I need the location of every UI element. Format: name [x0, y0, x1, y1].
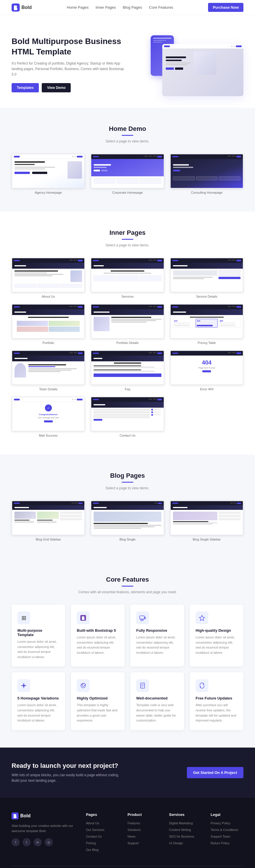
nav-inner-pages[interactable]: Inner Pages: [96, 5, 116, 9]
view-demo-button[interactable]: View Demo: [42, 83, 71, 92]
team-label: Team Details: [11, 388, 85, 391]
demo-card-consulting[interactable]: Consulting Homepage: [170, 154, 244, 194]
404-number: 404: [202, 359, 211, 366]
blog-card-grid-sidebar[interactable]: Blog Grid Sidebar: [11, 501, 85, 541]
a-logo: [14, 156, 20, 157]
agency-preview: [11, 154, 85, 188]
blog-card-single-sidebar[interactable]: Blog Single Sidebar: [170, 501, 244, 541]
navbar-links: Home Pages Inner Pages Blog Pages Core F…: [67, 5, 173, 9]
feature-card-multipurpose: ⊞ Multi-purpose Template Lorem ipsum dol…: [11, 604, 65, 666]
cta-button[interactable]: Get Started On A Project: [187, 767, 244, 778]
inner-card-contact[interactable]: Contact Us: [91, 397, 164, 437]
social-twitter[interactable]: t: [23, 838, 31, 846]
inner-card-service-details[interactable]: Service Details: [170, 258, 244, 298]
svg-rect-4: [141, 619, 143, 621]
documented-title: Well-documented: [136, 696, 178, 701]
footer-link-pricing[interactable]: Pricing: [86, 841, 96, 845]
footer-pages-links: About Us Our Services Contact Us Pricing…: [86, 821, 119, 852]
social-facebook[interactable]: f: [11, 838, 20, 846]
footer-link-terms[interactable]: Terms & Conditions: [211, 828, 238, 832]
portfolio-details-label: Portfolio Details: [91, 341, 164, 344]
blog-pages-grid: Blog Grid Sidebar: [11, 501, 244, 541]
footer-socials: f t in ◎: [11, 838, 77, 846]
feature-card-responsive: Fully Responsive Lorem ipsum dolor sit a…: [131, 604, 184, 666]
nav-blog-pages[interactable]: Blog Pages: [123, 5, 142, 9]
inner-card-pricing[interactable]: $19 $49 $99: [170, 304, 244, 344]
footer-link-blog[interactable]: Our Blog: [86, 848, 98, 851]
footer-link-solutions[interactable]: Solutions: [128, 828, 141, 832]
hero-laptop-device: [162, 44, 244, 96]
demo-card-agency[interactable]: Agency Homepage: [11, 154, 85, 194]
footer-product-links: Features Solutions News Support: [128, 821, 160, 845]
updates-desc: After purchase you will receive free upd…: [196, 703, 237, 723]
contact-label: Contact Us: [91, 434, 164, 437]
footer-link-features[interactable]: Features: [128, 822, 140, 825]
cta-section: Ready to launch your next project? With …: [0, 748, 255, 798]
footer-link-support[interactable]: Support: [128, 841, 139, 845]
cons-btn: [236, 156, 241, 157]
footer-link-services[interactable]: Our Services: [86, 828, 105, 832]
multipurpose-title: Multi-purpose Template: [18, 628, 59, 637]
cons-n2: [232, 156, 235, 157]
home-demo-subtitle: Select a page to view demo.: [11, 139, 244, 143]
footer-brand: Bold Start building your creative websit…: [11, 812, 77, 854]
nav-core-features[interactable]: Core Features: [149, 5, 173, 9]
documented-icon: [136, 679, 149, 692]
home-demo-grid: Agency Homepage: [11, 154, 244, 194]
navbar-logo: Bold: [11, 3, 32, 11]
purchase-button[interactable]: Purchase Now: [208, 3, 244, 12]
footer-link-contact[interactable]: Contact Us: [86, 835, 102, 838]
blog-card-single[interactable]: Blog Single: [91, 501, 164, 541]
footer-link-ui-design[interactable]: UI Design: [169, 841, 183, 845]
error-404-label: Error 404: [170, 388, 244, 391]
multipurpose-icon: ⊞: [18, 612, 30, 624]
responsive-desc: Lorem ipsum dolor sit amet, consectetur …: [136, 635, 178, 655]
footer-link-privacy[interactable]: Privacy Policy: [211, 822, 230, 825]
inner-card-portfolio[interactable]: Portfolio: [11, 304, 85, 344]
optimized-desc: This template is highly optimized that l…: [77, 703, 119, 723]
portfolio-details-preview: [91, 304, 164, 339]
core-features-subtitle: Comes with all essential features, eleme…: [11, 590, 244, 594]
cons-nav: [228, 156, 241, 157]
footer-link-seo[interactable]: SEO for Business: [169, 835, 194, 838]
footer-link-content-writing[interactable]: Content Writing: [169, 828, 191, 832]
corp-header: [91, 154, 164, 159]
inner-card-team[interactable]: Team Details: [11, 350, 85, 391]
footer-link-about[interactable]: About Us: [86, 822, 99, 825]
cons-header: [171, 154, 243, 159]
consulting-label: Consulting Homepage: [170, 191, 244, 194]
footer-link-support-team[interactable]: Support Team: [211, 835, 230, 838]
a-b1: [15, 172, 30, 174]
inner-card-about[interactable]: About Us: [11, 258, 85, 298]
nav-home-pages[interactable]: Home Pages: [67, 5, 89, 9]
a-t1: [15, 167, 55, 167]
inner-card-mail-success[interactable]: ✓ Congratulations! Your message was sent…: [11, 397, 85, 437]
core-features-title: Core Features: [11, 576, 244, 583]
corp-logo: [93, 156, 99, 157]
footer-link-digital-marketing[interactable]: Digital Marketing: [169, 822, 193, 825]
inner-card-faq[interactable]: Faq: [91, 350, 164, 391]
feature-card-hq-design: High-quality Design Lorem ipsum dolor si…: [190, 604, 244, 666]
social-instagram[interactable]: ◎: [45, 838, 53, 846]
footer-link-news[interactable]: News: [128, 835, 136, 838]
error-404-preview: 404 Page Not Found: [170, 350, 244, 385]
footer-logo-icon: [11, 812, 19, 819]
demo-card-corporate[interactable]: Corporate Homepage: [91, 154, 164, 194]
templates-button[interactable]: Templates: [11, 83, 39, 92]
pricing-label: Pricing Table: [170, 341, 244, 344]
inner-card-404[interactable]: 404 Page Not Found Error 404: [170, 350, 244, 391]
social-linkedin[interactable]: in: [34, 838, 42, 846]
hq-design-icon: [196, 612, 208, 624]
footer-link-return[interactable]: Return Policy: [211, 841, 229, 845]
inner-card-services[interactable]: Services: [91, 258, 164, 298]
responsive-title: Fully Responsive: [136, 628, 178, 632]
about-label: About Us: [11, 295, 85, 298]
hero-content: Bold Multipurpose Business HTML Template…: [11, 36, 128, 92]
agency-preview-bar: [12, 154, 84, 159]
home-demo-section: Home Demo Select a page to view demo.: [0, 108, 255, 212]
laptop-logo: [164, 45, 170, 47]
inner-card-portfolio-details[interactable]: Portfolio Details: [91, 304, 164, 344]
corporate-label: Corporate Homepage: [91, 191, 164, 194]
laptop-nav-1: [231, 46, 232, 47]
hero-title: Bold Multipurpose Business HTML Template: [11, 36, 128, 57]
